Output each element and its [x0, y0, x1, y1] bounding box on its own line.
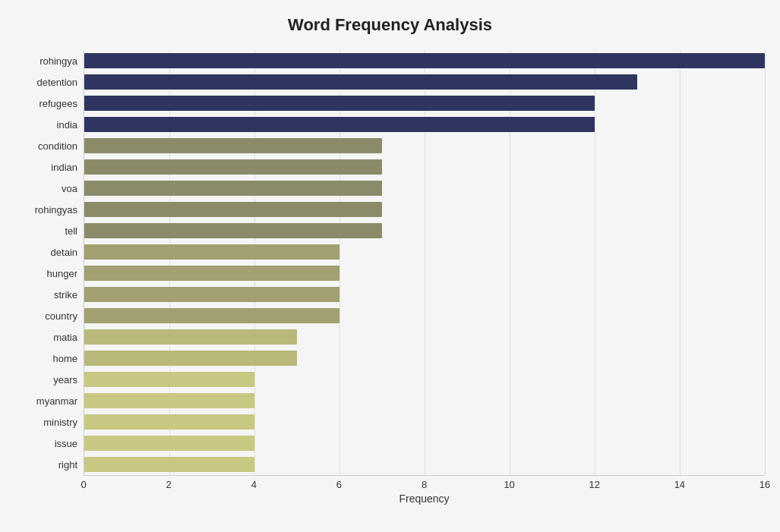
y-axis-label: right — [58, 454, 77, 475]
bar — [84, 117, 595, 132]
y-axis-label: detain — [51, 241, 77, 263]
bar-row — [84, 284, 765, 305]
bar-row — [84, 263, 765, 284]
bar — [84, 181, 382, 196]
x-axis-label: 12 — [589, 479, 600, 490]
x-axis-label: 10 — [504, 479, 514, 490]
bar-row — [84, 390, 765, 411]
bar — [84, 244, 339, 260]
bar-row — [84, 454, 765, 475]
y-axis-label: indian — [51, 156, 77, 178]
bar — [84, 202, 382, 217]
bar — [84, 138, 382, 153]
bar — [84, 53, 765, 68]
bar — [84, 96, 595, 111]
y-axis-label: detention — [37, 71, 78, 93]
y-axis-labels: rohingyadetentionrefugeesindiaconditioni… — [15, 50, 84, 480]
y-axis-label: myanmar — [36, 390, 77, 411]
bar-row — [84, 178, 765, 199]
bar-row — [84, 305, 765, 326]
bar — [84, 308, 339, 323]
bar-row — [84, 114, 765, 135]
bar — [84, 223, 382, 238]
bar-row — [84, 50, 765, 71]
x-axis-label: 14 — [674, 479, 685, 490]
bar-row — [84, 135, 765, 156]
bar — [84, 393, 254, 408]
bar-row — [84, 71, 765, 93]
y-axis-label: matia — [53, 326, 77, 348]
bar-row — [84, 241, 765, 263]
x-axis-title: Frequency — [84, 493, 765, 505]
bar — [84, 74, 637, 90]
bar — [84, 159, 382, 175]
bar-row — [84, 326, 765, 348]
x-axis-label: 8 — [422, 479, 427, 490]
bar — [84, 329, 297, 345]
bar-row — [84, 348, 765, 369]
bar-row — [84, 433, 765, 454]
y-axis-label: tell — [65, 220, 77, 241]
y-axis-label: years — [53, 369, 77, 390]
bar — [84, 372, 254, 387]
bar — [84, 351, 297, 366]
y-axis-label: strike — [54, 284, 77, 305]
y-axis-label: voa — [62, 178, 77, 199]
bars-wrapper — [84, 50, 765, 476]
chart-title: Word Frequency Analysis — [15, 15, 765, 35]
x-axis-label: 16 — [759, 479, 770, 490]
x-axis-label: 2 — [166, 479, 172, 490]
bar — [84, 266, 339, 281]
y-axis-label: home — [52, 348, 77, 369]
y-axis-label: refugees — [39, 93, 77, 114]
bar-row — [84, 156, 765, 178]
bar-row — [84, 220, 765, 241]
chart-container: Word Frequency Analysis rohingyadetentio… — [0, 0, 780, 532]
y-axis-label: india — [57, 114, 77, 135]
bar-row — [84, 411, 765, 433]
bar — [84, 436, 254, 451]
y-axis-label: rohingyas — [35, 199, 77, 220]
y-axis-label: condition — [38, 135, 77, 156]
y-axis-label: issue — [55, 433, 77, 454]
bar-row — [84, 199, 765, 220]
grid-line — [765, 50, 766, 475]
x-axis-label: 0 — [81, 479, 86, 490]
y-axis-label: hunger — [47, 263, 77, 284]
x-axis-label: 6 — [336, 479, 342, 490]
y-axis-label: rohingya — [39, 50, 77, 71]
bar — [84, 457, 254, 472]
bar-row — [84, 369, 765, 390]
bar — [84, 287, 339, 302]
y-axis-label: ministry — [43, 411, 77, 433]
bar — [84, 414, 254, 430]
bar-row — [84, 93, 765, 114]
x-axis-label: 4 — [251, 479, 257, 490]
y-axis-label: country — [45, 305, 77, 326]
